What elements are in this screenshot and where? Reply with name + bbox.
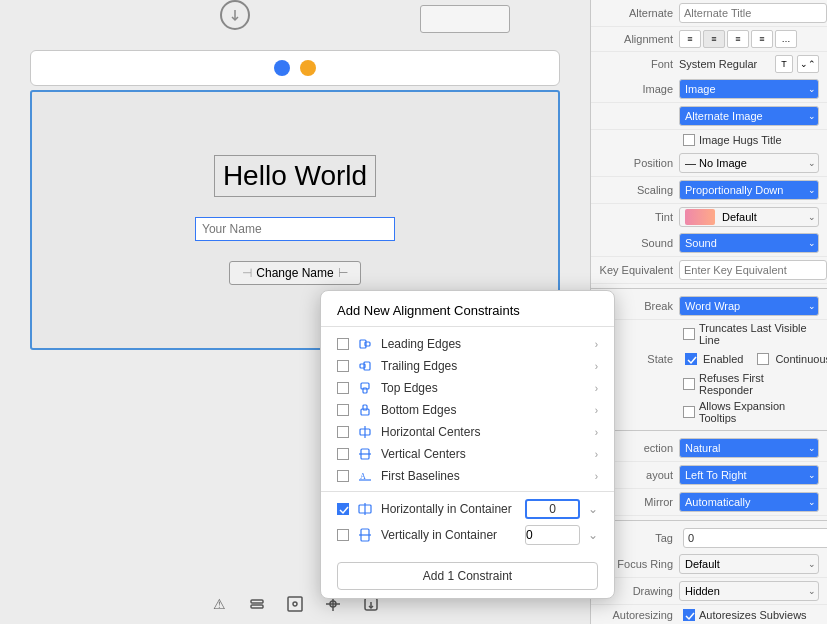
v-centers-checkbox[interactable] (337, 448, 349, 460)
bottom-edges-checkbox[interactable] (337, 404, 349, 416)
top-edges-label: Top Edges (381, 381, 587, 395)
list-item[interactable]: Bottom Edges › (321, 399, 614, 421)
top-connector-box (420, 5, 510, 33)
trailing-edges-checkbox[interactable] (337, 360, 349, 372)
font-row: Font System Regular T ⌄⌃ (591, 52, 827, 76)
tint-row: Tint Default ⌄ (591, 204, 827, 230)
trailing-edges-label: Trailing Edges (381, 359, 587, 373)
leading-edges-checkbox[interactable] (337, 338, 349, 350)
sound-row: Sound Sound ⌄ (591, 230, 827, 257)
refuses-checkbox[interactable] (683, 378, 695, 390)
key-equiv-row: Key Equivalent (591, 257, 827, 284)
svg-rect-3 (288, 597, 302, 611)
trailing-chevron: › (595, 361, 598, 372)
alternate-input[interactable] (679, 3, 827, 23)
align-left-btn[interactable]: ≡ (679, 30, 701, 48)
alignment-popup: Add New Alignment Constraints Leading Ed… (320, 290, 615, 599)
layout-row: ayout Left To Right ⌄ (591, 462, 827, 489)
v-container-value[interactable] (525, 525, 580, 545)
expansion-checkbox[interactable] (683, 406, 695, 418)
image-hugs-checkbox[interactable] (683, 134, 695, 146)
list-item[interactable]: Vertically in Container ⌄ (321, 522, 614, 548)
change-name-right-handle: ⊢ (338, 266, 348, 280)
alternate-label: Alternate (599, 7, 679, 19)
top-edges-checkbox[interactable] (337, 382, 349, 394)
list-item[interactable]: Trailing Edges › (321, 355, 614, 377)
leading-chevron: › (595, 339, 598, 350)
list-item[interactable]: Horizontally in Container ⌄ (321, 496, 614, 522)
bottom-edges-icon (357, 402, 373, 418)
orange-dot (300, 60, 316, 76)
align-natural-btn[interactable]: … (775, 30, 797, 48)
scaling-select[interactable]: Proportionally Down ⌄ (679, 180, 819, 200)
change-name-left-handle: ⊣ (242, 266, 252, 280)
drawing-select[interactable]: Hidden ⌄ (679, 581, 819, 601)
layout-select[interactable]: Left To Right ⌄ (679, 465, 819, 485)
canvas-area: Hello World ⊣ Change Name ⊢ ⚠ (0, 0, 590, 624)
tint-swatch (685, 209, 715, 225)
list-item[interactable]: Horizontal Centers › (321, 421, 614, 443)
break-row: Break Word Wrap ⌄ (591, 293, 827, 320)
tooltips-row: Allows Expansion Tooltips (591, 398, 827, 426)
direction-select[interactable]: Natural ⌄ (679, 438, 819, 458)
align-icon[interactable] (245, 592, 269, 616)
font-label: Font (599, 58, 679, 70)
warning-icon[interactable]: ⚠ (207, 592, 231, 616)
divider2 (591, 430, 827, 431)
tag-input[interactable] (683, 528, 827, 548)
v-container-checkbox[interactable] (337, 529, 349, 541)
state-row: State Enabled Continuous (591, 348, 827, 370)
sound-select[interactable]: Sound ⌄ (679, 233, 819, 253)
truncates-row: Truncates Last Visible Line (591, 320, 827, 348)
break-chevron: ⌄ (808, 301, 816, 311)
tag-row: Tag ▲ ▼ (591, 525, 827, 551)
position-label: Position (599, 157, 679, 169)
sound-chevron: ⌄ (808, 238, 816, 248)
font-stepper[interactable]: ⌄⌃ (797, 55, 819, 73)
image-select[interactable]: Image ⌄ (679, 79, 819, 99)
key-equiv-input[interactable] (679, 260, 827, 280)
v-container-icon (357, 527, 373, 543)
resize-icon[interactable] (283, 592, 307, 616)
alignment-label: Alignment (599, 33, 679, 45)
baselines-label: First Baselines (381, 469, 587, 483)
break-select[interactable]: Word Wrap ⌄ (679, 296, 819, 316)
mirror-select[interactable]: Automatically ⌄ (679, 492, 819, 512)
divider3 (591, 520, 827, 521)
continuous-checkbox[interactable] (757, 353, 769, 365)
h-container-value[interactable] (525, 499, 580, 519)
position-select[interactable]: — No Image ⌄ (679, 153, 819, 173)
add-constraint-button[interactable]: Add 1 Constraint (337, 562, 598, 590)
list-item[interactable]: Top Edges › (321, 377, 614, 399)
baselines-checkbox[interactable] (337, 470, 349, 482)
alt-image-select[interactable]: Alternate Image ⌄ (679, 106, 819, 126)
autoresizes-checkbox[interactable] (683, 609, 695, 621)
connector-area (0, 0, 590, 50)
change-name-button[interactable]: ⊣ Change Name ⊢ (229, 261, 360, 285)
popup-title: Add New Alignment Constraints (321, 291, 614, 327)
focus-ring-select[interactable]: Default ⌄ (679, 554, 819, 574)
h-container-checkbox[interactable] (337, 503, 349, 515)
h-centers-checkbox[interactable] (337, 426, 349, 438)
scaling-chevron: ⌄ (808, 185, 816, 195)
font-size-btn[interactable]: T (775, 55, 793, 73)
tint-select[interactable]: Default ⌄ (679, 207, 819, 227)
expansion-label: Allows Expansion Tooltips (699, 400, 819, 424)
truncates-checkbox[interactable] (683, 328, 695, 340)
list-item[interactable]: Vertical Centers › (321, 443, 614, 465)
align-right-btn[interactable]: ≡ (727, 30, 749, 48)
focus-ring-chevron: ⌄ (808, 559, 816, 569)
align-center-btn[interactable]: ≡ (703, 30, 725, 48)
alternate-row: Alternate (591, 0, 827, 27)
align-justify-btn[interactable]: ≡ (751, 30, 773, 48)
name-input[interactable] (195, 217, 395, 241)
list-item[interactable]: Leading Edges › (321, 333, 614, 355)
h-centers-label: Horizontal Centers (381, 425, 587, 439)
drawing-chevron: ⌄ (808, 586, 816, 596)
enabled-checkbox[interactable] (685, 353, 697, 365)
v-centers-icon (357, 446, 373, 462)
v-centers-label: Vertical Centers (381, 447, 587, 461)
tint-chevron: ⌄ (808, 212, 816, 222)
list-item[interactable]: A First Baselines › (321, 465, 614, 487)
focus-ring-row: Focus Ring Default ⌄ (591, 551, 827, 578)
